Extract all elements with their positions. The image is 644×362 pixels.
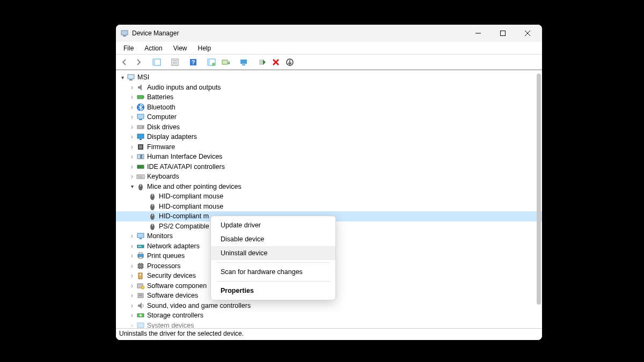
context-menu: Update driver Disable device Uninstall d… xyxy=(210,216,336,300)
tree-category[interactable]: IDE ATA/ATAPI controllers xyxy=(116,162,542,172)
maximize-button[interactable] xyxy=(491,25,515,42)
expand-icon[interactable] xyxy=(129,263,135,269)
svg-rect-39 xyxy=(140,154,142,159)
svg-rect-0 xyxy=(121,31,128,35)
expand-icon[interactable] xyxy=(129,124,135,130)
disk-icon xyxy=(136,123,145,131)
tree-node-label: Print queues xyxy=(147,252,185,260)
expand-icon[interactable] xyxy=(129,104,135,110)
add-hardware-button[interactable]: + xyxy=(219,56,232,68)
menu-action[interactable]: Action xyxy=(139,43,167,53)
close-button[interactable] xyxy=(515,25,540,42)
expand-icon[interactable] xyxy=(129,272,135,279)
tree-category[interactable]: Audio inputs and outputs xyxy=(116,83,542,93)
titlebar: Device Manager xyxy=(116,25,542,42)
menu-view[interactable]: View xyxy=(168,43,193,53)
bluetooth-icon xyxy=(136,103,145,112)
tree-device[interactable]: HID-compliant mouse xyxy=(116,191,542,202)
expand-icon[interactable] xyxy=(129,134,135,140)
firmware-icon xyxy=(136,143,145,151)
tree-category-mice[interactable]: Mice and other pointing devices xyxy=(116,182,542,192)
ctx-uninstall-device[interactable]: Uninstall device xyxy=(211,246,335,260)
expand-icon[interactable] xyxy=(129,292,135,299)
expand-icon[interactable] xyxy=(129,322,135,328)
keyboard-icon xyxy=(136,172,145,181)
svg-rect-34 xyxy=(137,134,144,138)
ctx-separator xyxy=(216,281,330,282)
uninstall-device-button[interactable] xyxy=(269,56,282,68)
svg-rect-48 xyxy=(138,177,143,178)
software-device-icon xyxy=(136,291,145,300)
security-icon xyxy=(136,271,145,280)
tree-category[interactable]: Storage controllers xyxy=(116,311,542,321)
expand-icon[interactable] xyxy=(129,312,135,319)
storage-icon xyxy=(136,311,145,320)
svg-point-16 xyxy=(212,63,215,66)
disable-device-button[interactable] xyxy=(283,56,296,68)
ctx-update-driver[interactable]: Update driver xyxy=(211,218,335,232)
svg-rect-28 xyxy=(143,97,144,98)
enable-device-button[interactable] xyxy=(255,56,268,68)
ctx-disable-device[interactable]: Disable device xyxy=(211,232,335,246)
svg-rect-3 xyxy=(501,31,506,36)
expand-icon[interactable] xyxy=(129,153,135,160)
tree-category[interactable]: Human Interface Devices xyxy=(116,152,542,162)
tree-category[interactable]: Sound, video and game controllers xyxy=(116,301,542,311)
expand-icon[interactable] xyxy=(119,74,126,80)
tree-root[interactable]: MSI xyxy=(116,72,542,83)
expand-icon[interactable] xyxy=(129,283,135,289)
forward-button[interactable] xyxy=(132,56,145,68)
expand-icon[interactable] xyxy=(129,183,135,190)
scrollbar[interactable] xyxy=(537,73,541,305)
expand-icon[interactable] xyxy=(129,302,135,309)
tree-category[interactable]: Display adapters xyxy=(116,132,542,142)
tree-category[interactable]: System devices xyxy=(116,321,542,329)
sound-icon xyxy=(136,301,145,310)
expand-icon[interactable] xyxy=(129,114,135,120)
svg-rect-63 xyxy=(140,246,140,247)
tree-node-label: Software devices xyxy=(147,292,198,299)
tree-device[interactable]: HID-compliant mouse xyxy=(116,202,542,212)
tree-node-label: Firmware xyxy=(147,143,175,151)
expand-icon[interactable] xyxy=(129,164,135,170)
tree-category[interactable]: Disk drives xyxy=(116,122,542,132)
ctx-scan-hardware[interactable]: Scan for hardware changes xyxy=(211,265,335,279)
svg-rect-31 xyxy=(139,119,142,120)
show-hide-tree-button[interactable] xyxy=(150,56,163,68)
tree-node-label: Security devices xyxy=(147,272,196,279)
toolbar: ? + xyxy=(116,55,542,70)
tree-category[interactable]: Bluetooth xyxy=(116,102,542,113)
minimize-button[interactable] xyxy=(466,25,491,42)
back-button[interactable] xyxy=(118,56,131,68)
svg-rect-35 xyxy=(140,139,142,140)
tree-category[interactable]: Firmware xyxy=(116,142,542,152)
svg-rect-46 xyxy=(140,176,141,176)
tree-node-label: Audio inputs and outputs xyxy=(147,84,221,91)
svg-rect-67 xyxy=(139,257,142,258)
expand-icon[interactable] xyxy=(129,84,135,91)
tree-category[interactable]: Computer xyxy=(116,112,542,122)
help-button[interactable]: ? xyxy=(187,56,200,68)
computer-icon xyxy=(127,73,135,82)
menu-file[interactable]: File xyxy=(118,43,139,53)
expand-icon[interactable] xyxy=(129,243,135,249)
tree-category[interactable]: Batteries xyxy=(116,92,542,102)
tree-category[interactable]: Keyboards xyxy=(116,172,542,182)
expand-icon[interactable] xyxy=(129,233,135,239)
properties-button[interactable] xyxy=(169,56,181,68)
scan-hardware-button[interactable] xyxy=(205,56,218,68)
expand-icon[interactable] xyxy=(129,173,135,180)
tree-node-label: HID-compliant m xyxy=(159,212,209,220)
menu-help[interactable]: Help xyxy=(193,43,217,53)
svg-rect-1 xyxy=(123,35,126,36)
mouse-icon xyxy=(148,212,157,220)
battery-icon xyxy=(136,93,145,101)
statusbar: Uninstalls the driver for the selected d… xyxy=(116,328,542,340)
svg-rect-62 xyxy=(138,246,139,247)
tree-node-label: IDE ATA/ATAPI controllers xyxy=(147,163,225,171)
update-driver-button[interactable] xyxy=(237,56,250,68)
expand-icon[interactable] xyxy=(129,144,135,150)
expand-icon[interactable] xyxy=(129,94,135,100)
expand-icon[interactable] xyxy=(129,253,135,259)
ctx-properties[interactable]: Properties xyxy=(211,284,335,298)
